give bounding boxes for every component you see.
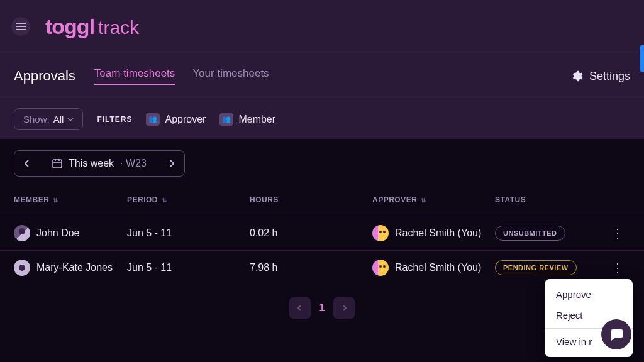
settings-label: Settings [589,70,630,83]
logo-toggl: toggl [45,14,94,39]
cell-status: PENDING REVIEW [495,260,605,275]
show-prefix: Show: [23,114,50,124]
page-number[interactable]: 1 [319,302,325,314]
cell-period: Jun 5 - 11 [127,228,250,239]
cell-hours: 0.02 h [250,228,372,239]
people-icon: 👥 [146,113,160,126]
row-actions-button[interactable]: ⋮ [605,260,630,275]
settings-button[interactable]: Settings [570,70,630,83]
period-display[interactable]: This week · W23 [40,158,159,169]
sort-icon: ⇅ [53,197,58,204]
chevron-right-icon [342,305,347,311]
status-badge: PENDING REVIEW [495,260,577,275]
chevron-left-icon [297,305,302,311]
sort-icon: ⇅ [421,197,426,204]
svg-rect-0 [53,160,62,168]
scroll-indicator [640,45,644,72]
period-selector: This week · W23 [14,150,185,177]
prev-page-button[interactable] [289,297,311,319]
cell-member: John Doe [14,225,127,241]
status-badge: UNSUBMITTED [495,226,565,241]
row-actions-button[interactable]: ⋮ [605,226,630,241]
filters-label: FILTERS [97,115,132,124]
filter-bar: Show: All FILTERS 👥 Approver 👥 Member [0,99,644,139]
col-header-member[interactable]: MEMBER⇅ [14,195,127,204]
cell-approver: Rachel Smith (You) [372,260,495,276]
cell-status: UNSUBMITTED [495,226,605,241]
next-period-button[interactable] [159,151,184,176]
chat-fab[interactable] [601,319,631,349]
topbar: toggl track [0,0,644,53]
ctx-approve[interactable]: Approve [545,284,633,305]
chevron-right-icon [169,160,174,167]
filter-approver[interactable]: 👥 Approver [146,113,206,126]
filter-member[interactable]: 👥 Member [219,113,275,126]
chevron-left-icon [25,160,30,167]
filter-approver-label: Approver [165,114,206,125]
page-header: Approvals Team timesheets Your timesheet… [0,53,644,99]
avatar [372,225,389,241]
people-icon: 👥 [219,113,233,126]
logo-track: track [98,17,139,38]
page-title: Approvals [14,68,75,84]
sort-icon: ⇅ [162,197,167,204]
cell-hours: 7.98 h [250,262,372,273]
tab-team-timesheets[interactable]: Team timesheets [94,67,175,85]
menu-button[interactable] [11,17,30,36]
chevron-down-icon [67,118,74,121]
col-header-status[interactable]: STATUS [495,195,605,204]
cell-approver: Rachel Smith (You) [372,225,495,241]
col-header-period[interactable]: PERIOD⇅ [127,195,250,204]
avatar [14,260,30,276]
calendar-icon [52,158,62,168]
period-nav: This week · W23 [0,139,644,188]
col-header-approver[interactable]: APPROVER⇅ [372,195,495,204]
hamburger-icon [16,23,26,30]
period-week: · W23 [120,158,147,169]
chat-icon [609,327,624,342]
avatar [14,225,30,241]
gear-icon [570,70,583,82]
table-row: John Doe Jun 5 - 11 0.02 h Rachel Smith … [0,216,644,250]
tabs: Team timesheets Your timesheets [94,67,570,85]
cell-member: Mary-Kate Jones [14,260,127,276]
next-page-button[interactable] [333,297,355,319]
table-header: MEMBER⇅ PERIOD⇅ HOURS APPROVER⇅ STATUS [0,188,644,216]
show-filter[interactable]: Show: All [14,108,83,130]
col-header-hours[interactable]: HOURS [250,195,372,204]
tab-your-timesheets[interactable]: Your timesheets [192,67,269,85]
avatar [372,260,389,276]
logo: toggl track [45,14,139,39]
filter-member-label: Member [238,114,275,125]
prev-period-button[interactable] [14,151,40,176]
period-label: This week [69,158,114,169]
cell-period: Jun 5 - 11 [127,262,250,273]
show-value: All [53,114,64,124]
